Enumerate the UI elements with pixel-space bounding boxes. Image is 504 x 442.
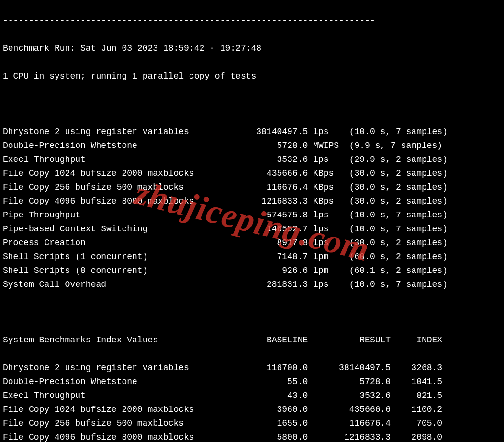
result-unit: lps <box>313 222 344 236</box>
index-name: Dhrystone 2 using register variables <box>3 361 241 375</box>
result-row: Double-Precision Whetstone5728.0 MWIPS(9… <box>3 139 501 153</box>
index-baseline: 5800.0 <box>241 431 308 442</box>
result-row: System Call Overhead281831.3 lps(10.0 s,… <box>3 278 501 292</box>
result-name: Execl Throughput <box>3 153 241 167</box>
index-result: 116676.4 <box>308 417 391 431</box>
result-value: 7148.7 <box>241 250 308 264</box>
result-row: Pipe-based Context Switching146552.7 lps… <box>3 222 501 236</box>
index-index: 821.5 <box>391 389 442 403</box>
result-samples: (10.0 s, 7 samples) <box>344 222 473 236</box>
result-samples: (30.0 s, 2 samples) <box>344 181 473 194</box>
index-result: 5728.0 <box>308 375 391 389</box>
result-row: File Copy 1024 bufsize 2000 maxblocks435… <box>3 167 501 181</box>
blank-line <box>3 97 501 111</box>
run-line: Benchmark Run: Sat Jun 03 2023 18:59:42 … <box>3 42 501 56</box>
result-value: 38140497.5 <box>241 125 308 139</box>
result-samples: (10.0 s, 7 samples) <box>344 278 473 292</box>
index-result: 3532.6 <box>308 389 391 403</box>
result-value: 3532.6 <box>241 153 308 167</box>
result-unit: MWIPS <box>313 139 344 153</box>
index-header-title: System Benchmarks Index Values <box>3 333 241 347</box>
result-samples: (9.9 s, 7 samples) <box>344 139 473 153</box>
result-unit: lpm <box>313 264 344 278</box>
result-samples: (60.0 s, 2 samples) <box>344 250 473 264</box>
index-baseline: 1655.0 <box>241 417 308 431</box>
index-index: 1100.2 <box>391 403 442 417</box>
terminal-output: ----------------------------------------… <box>0 0 504 442</box>
blank-line <box>3 306 501 319</box>
result-value: 146552.7 <box>241 222 308 236</box>
index-row: File Copy 1024 bufsize 2000 maxblocks396… <box>3 403 501 417</box>
index-row: File Copy 256 bufsize 500 maxblocks1655.… <box>3 417 501 431</box>
result-unit: lpm <box>313 250 344 264</box>
results-block: Dhrystone 2 using register variables3814… <box>3 125 501 292</box>
index-header-result: RESULT <box>308 333 391 347</box>
result-samples: (60.1 s, 2 samples) <box>344 264 473 278</box>
result-value: 281831.3 <box>241 278 308 292</box>
cpu-line: 1 CPU in system; running 1 parallel copy… <box>3 69 501 83</box>
index-index: 3268.3 <box>391 361 442 375</box>
index-block: Dhrystone 2 using register variables1167… <box>3 361 501 442</box>
result-name: File Copy 1024 bufsize 2000 maxblocks <box>3 167 241 181</box>
result-name: System Call Overhead <box>3 278 241 292</box>
result-samples: (30.0 s, 2 samples) <box>344 194 473 208</box>
result-unit: KBps <box>313 194 344 208</box>
result-value: 5728.0 <box>241 139 308 153</box>
result-samples: (29.9 s, 2 samples) <box>344 153 473 167</box>
index-baseline: 43.0 <box>241 389 308 403</box>
result-row: File Copy 256 bufsize 500 maxblocks11667… <box>3 181 501 194</box>
index-result: 38140497.5 <box>308 361 391 375</box>
index-header-index: INDEX <box>391 333 442 347</box>
result-value: 574575.8 <box>241 208 308 222</box>
result-name: Dhrystone 2 using register variables <box>3 125 241 139</box>
result-name: Shell Scripts (8 concurrent) <box>3 264 241 278</box>
result-samples: (10.0 s, 7 samples) <box>344 125 473 139</box>
result-row: Shell Scripts (8 concurrent)926.6 lpm(60… <box>3 264 501 278</box>
result-value: 435666.6 <box>241 167 308 181</box>
result-name: Pipe Throughput <box>3 208 241 222</box>
result-name: Shell Scripts (1 concurrent) <box>3 250 241 264</box>
index-name: File Copy 4096 bufsize 8000 maxblocks <box>3 431 241 442</box>
index-name: Double-Precision Whetstone <box>3 375 241 389</box>
result-row: File Copy 4096 bufsize 8000 maxblocks121… <box>3 194 501 208</box>
index-row: File Copy 4096 bufsize 8000 maxblocks580… <box>3 431 501 442</box>
result-name: Pipe-based Context Switching <box>3 222 241 236</box>
result-unit: KBps <box>313 181 344 194</box>
index-row: Double-Precision Whetstone55.05728.01041… <box>3 375 501 389</box>
result-samples: (30.0 s, 2 samples) <box>344 167 473 181</box>
result-unit: lps <box>313 236 344 250</box>
index-header-baseline: BASELINE <box>241 333 308 347</box>
index-baseline: 55.0 <box>241 375 308 389</box>
result-samples: (30.0 s, 2 samples) <box>344 236 473 250</box>
index-index: 705.0 <box>391 417 442 431</box>
index-result: 1216833.3 <box>308 431 391 442</box>
index-baseline: 116700.0 <box>241 361 308 375</box>
result-name: Process Creation <box>3 236 241 250</box>
result-name: Double-Precision Whetstone <box>3 139 241 153</box>
result-row: Shell Scripts (1 concurrent)7148.7 lpm(6… <box>3 250 501 264</box>
result-name: File Copy 4096 bufsize 8000 maxblocks <box>3 194 241 208</box>
result-value: 116676.4 <box>241 181 308 194</box>
index-name: File Copy 256 bufsize 500 maxblocks <box>3 417 241 431</box>
index-name: Execl Throughput <box>3 389 241 403</box>
result-unit: lps <box>313 278 344 292</box>
index-index: 1041.5 <box>391 375 442 389</box>
result-samples: (10.0 s, 7 samples) <box>344 208 473 222</box>
result-unit: KBps <box>313 167 344 181</box>
result-row: Process Creation8917.8 lps(30.0 s, 2 sam… <box>3 236 501 250</box>
index-baseline: 3960.0 <box>241 403 308 417</box>
result-name: File Copy 256 bufsize 500 maxblocks <box>3 181 241 194</box>
index-name: File Copy 1024 bufsize 2000 maxblocks <box>3 403 241 417</box>
result-row: Execl Throughput3532.6 lps(29.9 s, 2 sam… <box>3 153 501 167</box>
index-header: System Benchmarks Index ValuesBASELINERE… <box>3 333 501 347</box>
result-row: Pipe Throughput574575.8 lps(10.0 s, 7 sa… <box>3 208 501 222</box>
result-unit: lps <box>313 125 344 139</box>
index-row: Dhrystone 2 using register variables1167… <box>3 361 501 375</box>
result-value: 1216833.3 <box>241 194 308 208</box>
result-unit: lps <box>313 208 344 222</box>
index-result: 435666.6 <box>308 403 391 417</box>
index-index: 2098.0 <box>391 431 442 442</box>
result-value: 8917.8 <box>241 236 308 250</box>
index-row: Execl Throughput43.03532.6821.5 <box>3 389 501 403</box>
result-value: 926.6 <box>241 264 308 278</box>
